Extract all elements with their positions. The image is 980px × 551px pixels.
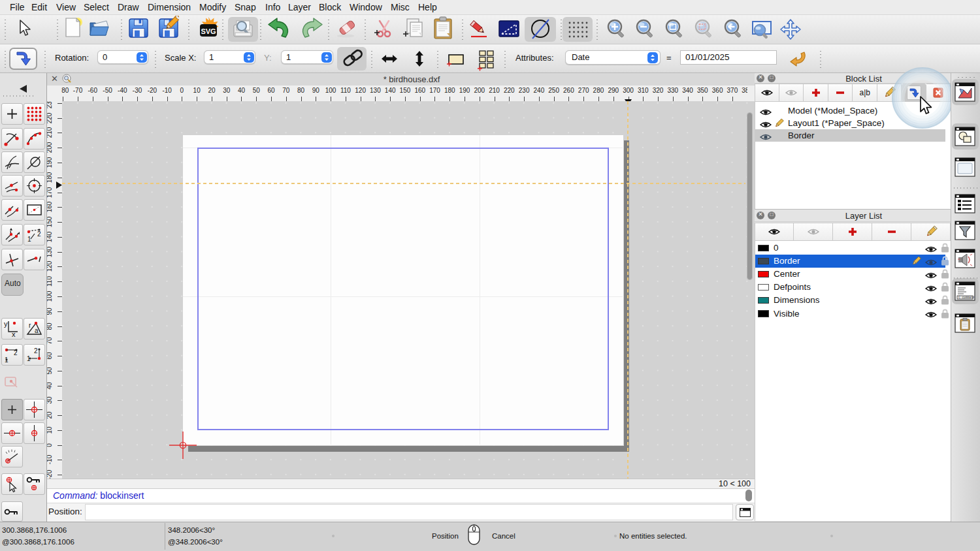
svg-text:r: r [29,322,31,329]
svg-text:SVG: SVG [201,27,216,35]
svg-text:y: y [4,320,8,328]
svg-text:a: a [35,327,39,334]
svg-text:2: 2 [34,347,38,354]
svg-text:x: x [12,330,16,338]
svg-text:2: 2 [37,230,41,238]
svg-text:2: 2 [14,349,18,356]
svg-text:C command: C command [958,296,975,299]
svg-text:1: 1 [27,236,31,243]
